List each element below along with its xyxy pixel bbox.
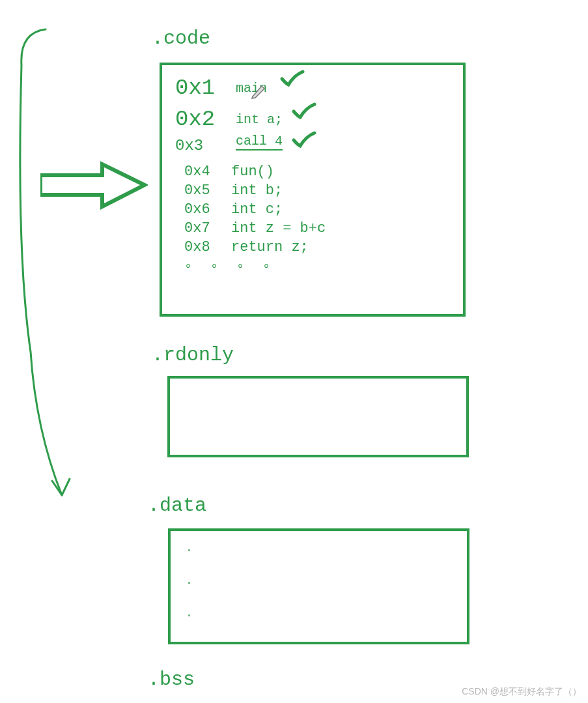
bss-section-label: .bss <box>148 668 195 691</box>
data-section-label: .data <box>148 495 206 517</box>
code-line-5: 0x5 int b; <box>184 182 450 199</box>
addr-0x2: 0x2 <box>175 107 224 132</box>
pencil-icon <box>250 82 268 100</box>
addr-0x3: 0x3 <box>175 137 224 154</box>
instr-int-z: int z = b+c <box>231 220 326 237</box>
code-line-2: 0x2 int a; <box>175 107 450 132</box>
code-line-4: 0x4 fun() <box>184 164 450 180</box>
code-line-8: 0x8 return z; <box>184 239 450 255</box>
right-arrow-icon <box>40 161 148 210</box>
addr-0x5: 0x5 <box>184 182 216 199</box>
code-section-label: .code <box>152 27 210 50</box>
instr-fun: fun() <box>231 164 274 180</box>
instr-return-z: return z; <box>231 239 309 255</box>
instr-call-4: call 4 <box>236 134 283 151</box>
checkmark-icon <box>291 130 317 150</box>
instr-int-c: int c; <box>231 201 283 218</box>
code-line-7: 0x7 int z = b+c <box>184 220 450 237</box>
data-dot-3: · <box>186 609 193 622</box>
addr-0x4: 0x4 <box>184 164 216 180</box>
rdonly-section-box <box>167 376 469 457</box>
flow-arrow-icon <box>3 26 107 528</box>
watermark-text: CSDN @想不到好名字了（） <box>462 686 581 698</box>
addr-0x1: 0x1 <box>175 76 224 100</box>
rdonly-section-label: .rdonly <box>152 344 234 366</box>
checkmark-icon <box>279 69 305 89</box>
checkmark-icon <box>291 102 317 121</box>
code-line-1: 0x1 main <box>175 76 450 100</box>
addr-0x7: 0x7 <box>184 220 216 237</box>
addr-0x8: 0x8 <box>184 239 216 255</box>
instr-int-b: int b; <box>231 182 283 199</box>
data-dot-2: · <box>186 577 193 590</box>
addr-0x6: 0x6 <box>184 201 216 218</box>
ellipsis-dots: ° ° ° ° <box>184 262 450 277</box>
data-section-box <box>168 528 469 644</box>
instr-int-a: int a; <box>236 112 283 127</box>
data-dot-1: · <box>186 544 193 557</box>
code-line-6: 0x6 int c; <box>184 201 450 218</box>
code-section-box: 0x1 main 0x2 int a; 0x3 call 4 <box>160 63 466 317</box>
code-line-3: 0x3 call 4 <box>175 133 450 151</box>
